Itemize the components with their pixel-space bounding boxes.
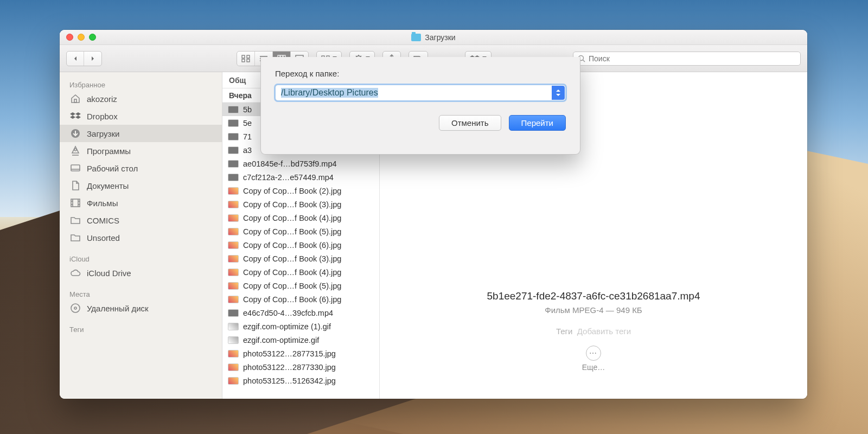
file-thumbnail-icon xyxy=(228,363,239,371)
svg-line-24 xyxy=(356,56,357,57)
home-icon xyxy=(69,93,81,105)
sidebar-section-icloud: iCloud xyxy=(60,252,222,264)
file-row[interactable]: Copy of Cop…f Book (6).jpg xyxy=(222,238,379,252)
svg-marker-38 xyxy=(75,112,81,116)
file-thumbnail-icon xyxy=(228,146,239,154)
file-thumbnail-icon xyxy=(228,296,239,303)
preview-more[interactable]: ⋯ Еще… xyxy=(487,346,700,372)
svg-marker-37 xyxy=(70,112,75,116)
download-icon xyxy=(69,127,81,139)
file-thumbnail-icon xyxy=(228,201,239,208)
sidebar-item-folder[interactable]: COMICS xyxy=(60,212,222,229)
sidebar-item-download[interactable]: Загрузки xyxy=(60,125,222,142)
sidebar-item-home[interactable]: akozoriz xyxy=(60,90,222,107)
file-name: Copy of Cop…f Book (6).jpg xyxy=(243,295,341,304)
file-name: ezgif.com-optimize (1).gif xyxy=(243,322,331,331)
desktop-icon xyxy=(69,162,81,174)
file-row[interactable]: Copy of Cop…f Book (4).jpg xyxy=(222,265,379,279)
minimize-button[interactable] xyxy=(78,34,85,41)
file-row[interactable]: photo53125…5126342.jpg xyxy=(222,374,379,387)
search-input[interactable] xyxy=(589,54,796,63)
combo-dropdown-button[interactable] xyxy=(552,86,565,100)
finder-window: Загрузки xyxy=(60,30,807,399)
go-to-folder-sheet: Переход к папке: Отменить Перейти xyxy=(260,57,580,155)
file-thumbnail-icon xyxy=(228,133,239,141)
sidebar-section-tags: Теги xyxy=(60,322,222,335)
file-row[interactable]: c7cf212a-2…e57449.mp4 xyxy=(222,170,379,184)
file-row[interactable]: ae01845e-f…bd753f9.mp4 xyxy=(222,157,379,170)
file-name: Copy of Cop…f Book (5).jpg xyxy=(243,227,341,236)
sidebar-item-label: iCloud Drive xyxy=(87,269,131,278)
sidebar-item-label: Документы xyxy=(87,181,129,190)
file-name: Copy of Cop…f Book (3).jpg xyxy=(243,200,341,209)
file-name: Copy of Cop…f Book (6).jpg xyxy=(243,241,341,250)
disc-icon xyxy=(69,302,81,314)
svg-rect-44 xyxy=(71,165,80,171)
zoom-button[interactable] xyxy=(89,34,96,41)
sidebar-item-label: Удаленный диск xyxy=(87,304,149,313)
back-button[interactable] xyxy=(67,52,84,66)
sidebar-item-disc[interactable]: Удаленный диск xyxy=(60,299,222,317)
file-row[interactable]: Copy of Cop…f Book (6).jpg xyxy=(222,292,379,306)
file-thumbnail-icon xyxy=(228,241,239,249)
file-thumbnail-icon xyxy=(228,119,239,127)
cancel-button[interactable]: Отменить xyxy=(439,115,501,131)
sidebar-item-folder[interactable]: Unsorted xyxy=(60,229,222,246)
sidebar-item-label: Dropbox xyxy=(87,112,118,121)
file-row[interactable]: ezgif.com-optimize (1).gif xyxy=(222,320,379,333)
sidebar-item-label: COMICS xyxy=(87,216,119,225)
file-name: 71 xyxy=(243,132,252,141)
file-name: photo53122…2877315.jpg xyxy=(243,349,336,358)
file-thumbnail-icon xyxy=(228,269,239,276)
file-row[interactable]: Copy of Cop…f Book (4).jpg xyxy=(222,211,379,225)
go-button[interactable]: Перейти xyxy=(509,115,566,131)
search-field[interactable] xyxy=(573,52,801,66)
file-thumbnail-icon xyxy=(228,309,239,317)
file-row[interactable]: Copy of Cop…f Book (5).jpg xyxy=(222,279,379,292)
forward-button[interactable] xyxy=(84,52,101,66)
file-thumbnail-icon xyxy=(228,160,239,168)
sidebar-item-dropbox[interactable]: Dropbox xyxy=(60,107,222,125)
file-name: photo53122…2877330.jpg xyxy=(243,363,336,372)
close-button[interactable] xyxy=(66,34,73,41)
titlebar: Загрузки xyxy=(60,30,807,45)
file-row[interactable]: Copy of Cop…f Book (3).jpg xyxy=(222,252,379,265)
file-name: 5e xyxy=(243,119,252,127)
svg-rect-2 xyxy=(242,59,245,62)
file-row[interactable]: Copy of Cop…f Book (2).jpg xyxy=(222,184,379,197)
file-name: 5b xyxy=(243,105,252,114)
file-name: Copy of Cop…f Book (2).jpg xyxy=(243,187,341,195)
sheet-label: Переход к папке: xyxy=(275,69,566,78)
sidebar-item-icloud[interactable]: iCloud Drive xyxy=(60,264,222,282)
file-row[interactable]: Copy of Cop…f Book (3).jpg xyxy=(222,197,379,211)
icon-view-button[interactable] xyxy=(237,52,255,66)
file-row[interactable]: Copy of Cop…f Book (5).jpg xyxy=(222,225,379,238)
file-name: ae01845e-f…bd753f9.mp4 xyxy=(243,159,337,168)
file-name: photo53125…5126342.jpg xyxy=(243,376,336,385)
svg-rect-1 xyxy=(247,55,250,58)
file-thumbnail-icon xyxy=(228,214,239,222)
sidebar-item-movies[interactable]: Фильмы xyxy=(60,194,222,212)
file-name: Copy of Cop…f Book (4).jpg xyxy=(243,268,341,277)
preview-subtitle: Фильм MPEG-4 — 949 КБ xyxy=(487,305,700,315)
preview-tags-row[interactable]: Теги Добавить теги xyxy=(487,327,700,336)
apps-icon xyxy=(69,145,81,157)
file-name: Copy of Cop…f Book (5).jpg xyxy=(243,282,341,290)
sidebar-item-apps[interactable]: Программы xyxy=(60,142,222,159)
sidebar-item-documents[interactable]: Документы xyxy=(60,177,222,194)
file-row[interactable]: ezgif.com-optimize.gif xyxy=(222,333,379,347)
svg-line-35 xyxy=(583,60,585,62)
file-thumbnail-icon xyxy=(228,255,239,263)
file-name: ezgif.com-optimize.gif xyxy=(243,336,319,344)
file-row[interactable]: photo53122…2877330.jpg xyxy=(222,360,379,374)
svg-marker-40 xyxy=(75,116,81,119)
window-controls xyxy=(66,34,96,41)
sidebar-item-label: akozoriz xyxy=(87,94,117,104)
go-to-folder-input[interactable] xyxy=(275,85,566,101)
file-row[interactable]: photo53122…2877315.jpg xyxy=(222,347,379,360)
file-thumbnail-icon xyxy=(228,336,239,344)
file-row[interactable]: e46c7d50-4…39cfcb.mp4 xyxy=(222,306,379,320)
sidebar-item-desktop[interactable]: Рабочий стол xyxy=(60,159,222,177)
sidebar-item-label: Рабочий стол xyxy=(87,164,138,173)
file-thumbnail-icon xyxy=(228,174,239,181)
